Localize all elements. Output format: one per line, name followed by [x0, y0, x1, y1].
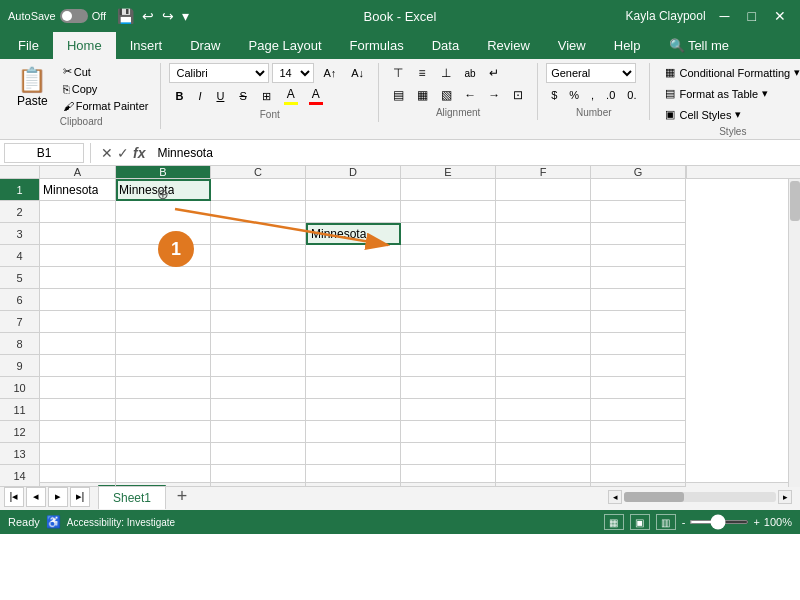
cell-C7[interactable] [211, 311, 306, 333]
cell-C1[interactable] [211, 179, 306, 201]
decrease-font-button[interactable]: A↓ [345, 63, 370, 83]
row-header-12[interactable]: 12 [0, 421, 40, 443]
cell-E14[interactable] [401, 465, 496, 487]
cell-F1[interactable] [496, 179, 591, 201]
cell-E2[interactable] [401, 201, 496, 223]
paste-button[interactable]: 📋 Paste [10, 63, 55, 114]
cell-A5[interactable] [40, 267, 116, 289]
cell-B5[interactable] [116, 267, 211, 289]
decrease-decimal-button[interactable]: 0. [622, 85, 641, 105]
cell-A6[interactable] [40, 289, 116, 311]
cell-E12[interactable] [401, 421, 496, 443]
page-break-view-button[interactable]: ▥ [656, 514, 676, 530]
row-header-10[interactable]: 10 [0, 377, 40, 399]
normal-view-button[interactable]: ▦ [604, 514, 624, 530]
cell-D7[interactable] [306, 311, 401, 333]
autosave-control[interactable]: AutoSave Off [8, 9, 106, 23]
sheet-nav-next[interactable]: ▸ [48, 487, 68, 507]
align-bottom-button[interactable]: ⊥ [435, 63, 457, 83]
zoom-in-icon[interactable]: + [753, 516, 759, 528]
row-header-4[interactable]: 4 [0, 245, 40, 267]
tab-draw[interactable]: Draw [176, 32, 234, 59]
bold-button[interactable]: B [169, 86, 189, 106]
indent-button[interactable]: → [483, 85, 505, 105]
cell-E13[interactable] [401, 443, 496, 465]
cell-A12[interactable] [40, 421, 116, 443]
cell-A7[interactable] [40, 311, 116, 333]
horizontal-scrollbar-thumb[interactable] [624, 492, 684, 502]
align-top-button[interactable]: ⊤ [387, 63, 409, 83]
col-header-A[interactable]: A [40, 166, 116, 178]
copy-button[interactable]: ⎘ Copy [59, 81, 153, 97]
cell-B11[interactable] [116, 399, 211, 421]
scrollbar-thumb[interactable] [790, 181, 800, 221]
cell-F5[interactable] [496, 267, 591, 289]
zoom-out-icon[interactable]: - [682, 516, 686, 528]
sheet-nav-last[interactable]: ▸| [70, 487, 90, 507]
cell-D11[interactable] [306, 399, 401, 421]
tab-file[interactable]: File [4, 32, 53, 59]
zoom-slider[interactable] [689, 520, 749, 524]
row-header-13[interactable]: 13 [0, 443, 40, 465]
sheet-nav-first[interactable]: |◂ [4, 487, 24, 507]
cell-F9[interactable] [496, 355, 591, 377]
name-box[interactable] [4, 143, 84, 163]
fill-color-button[interactable]: A [280, 85, 302, 107]
cell-D9[interactable] [306, 355, 401, 377]
cell-A9[interactable] [40, 355, 116, 377]
cell-A14[interactable] [40, 465, 116, 487]
cell-F12[interactable] [496, 421, 591, 443]
row-header-3[interactable]: 3 [0, 223, 40, 245]
cell-styles-button[interactable]: ▣ Cell Styles ▾ [658, 105, 800, 124]
cell-C5[interactable] [211, 267, 306, 289]
cut-button[interactable]: ✂ Cut [59, 63, 153, 80]
cell-G13[interactable] [591, 443, 686, 465]
row-header-7[interactable]: 7 [0, 311, 40, 333]
increase-decimal-button[interactable]: .0 [601, 85, 620, 105]
cell-A4[interactable] [40, 245, 116, 267]
cell-B12[interactable] [116, 421, 211, 443]
cell-A1[interactable]: Minnesota [40, 179, 116, 201]
conditional-formatting-button[interactable]: ▦ Conditional Formatting ▾ [658, 63, 800, 82]
align-center-button[interactable]: ▦ [411, 85, 433, 105]
cell-A2[interactable] [40, 201, 116, 223]
col-header-G[interactable]: G [591, 166, 686, 178]
number-format-select[interactable]: General [546, 63, 636, 83]
tab-view[interactable]: View [544, 32, 600, 59]
sheet-tab-sheet1[interactable]: Sheet1 [98, 485, 166, 509]
cell-D8[interactable] [306, 333, 401, 355]
insert-function-button[interactable]: fx [133, 145, 145, 161]
cell-F3[interactable] [496, 223, 591, 245]
maximize-button[interactable]: □ [742, 6, 762, 26]
cell-D5[interactable] [306, 267, 401, 289]
cell-E11[interactable] [401, 399, 496, 421]
cell-D10[interactable] [306, 377, 401, 399]
cell-G3[interactable] [591, 223, 686, 245]
cancel-formula-button[interactable]: ✕ [101, 145, 113, 161]
cell-D1[interactable] [306, 179, 401, 201]
cell-C12[interactable] [211, 421, 306, 443]
strikethrough-button[interactable]: S [233, 86, 252, 106]
cell-E8[interactable] [401, 333, 496, 355]
cell-B13[interactable] [116, 443, 211, 465]
tab-formulas[interactable]: Formulas [336, 32, 418, 59]
cell-B7[interactable] [116, 311, 211, 333]
orientation-button[interactable]: ab [459, 63, 481, 83]
col-header-E[interactable]: E [401, 166, 496, 178]
cell-E10[interactable] [401, 377, 496, 399]
wrap-text-button[interactable]: ↵ [483, 63, 505, 83]
font-name-select[interactable]: Calibri [169, 63, 269, 83]
cell-G6[interactable] [591, 289, 686, 311]
cell-G2[interactable] [591, 201, 686, 223]
cell-F4[interactable] [496, 245, 591, 267]
cell-C6[interactable] [211, 289, 306, 311]
tab-home[interactable]: Home [53, 32, 116, 59]
cell-E7[interactable] [401, 311, 496, 333]
format-painter-button[interactable]: 🖌 Format Painter [59, 98, 153, 114]
col-header-F[interactable]: F [496, 166, 591, 178]
cell-F10[interactable] [496, 377, 591, 399]
cell-F13[interactable] [496, 443, 591, 465]
row-header-8[interactable]: 8 [0, 333, 40, 355]
cell-D14[interactable] [306, 465, 401, 487]
cell-D6[interactable] [306, 289, 401, 311]
